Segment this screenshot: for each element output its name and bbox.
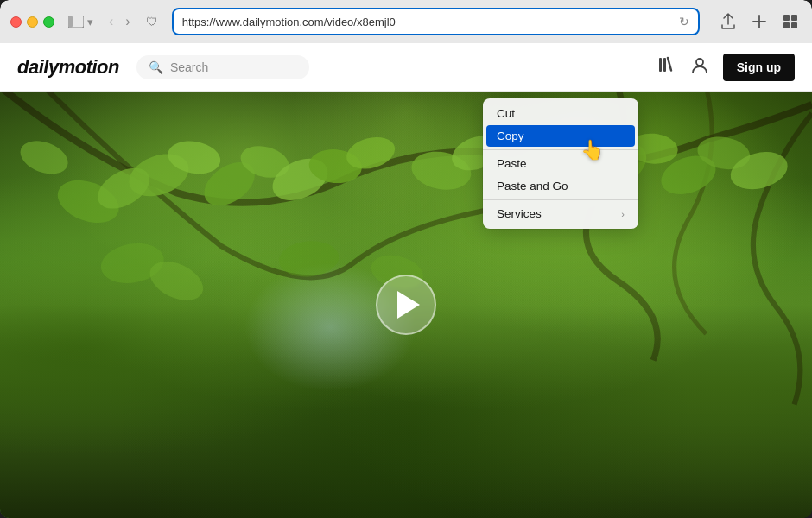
maximize-button[interactable] (43, 16, 54, 28)
content-area: Cut Copy Paste Paste and Go Services › 👆 (0, 92, 812, 518)
svg-rect-7 (791, 22, 797, 28)
website-header: dailymotion 🔍 Search Sign up (0, 43, 812, 92)
new-tab-button[interactable] (748, 10, 771, 33)
toolbar-right (717, 9, 802, 34)
back-button[interactable]: ‹ (104, 10, 118, 33)
nav-arrows: ‹ › (104, 10, 136, 33)
play-button[interactable] (376, 275, 436, 335)
library-icon[interactable] (656, 54, 676, 80)
minimize-button[interactable] (27, 16, 38, 28)
svg-point-30 (16, 135, 73, 180)
context-menu-item-paste[interactable]: Paste (486, 153, 635, 174)
context-menu-item-copy[interactable]: Copy (486, 125, 635, 147)
dailymotion-logo[interactable]: dailymotion (17, 56, 119, 79)
play-icon (397, 291, 420, 319)
context-menu-item-cut[interactable]: Cut (486, 103, 635, 124)
copy-label: Copy (497, 130, 524, 142)
extensions-button[interactable] (779, 10, 802, 33)
user-icon[interactable] (690, 55, 709, 79)
context-menu-item-services[interactable]: Services › (486, 203, 635, 224)
cut-label: Cut (497, 107, 515, 120)
context-menu: Cut Copy Paste Paste and Go Services › (483, 98, 638, 229)
svg-rect-4 (783, 15, 790, 21)
svg-rect-8 (659, 58, 662, 72)
browser-window: ▾ ‹ › 🛡 https://www.dailymotion.com/vide… (0, 0, 812, 518)
title-bar: ▾ ‹ › 🛡 https://www.dailymotion.com/vide… (0, 0, 812, 43)
share-button[interactable] (717, 9, 739, 34)
signup-button[interactable]: Sign up (723, 54, 795, 81)
context-menu-item-paste-go[interactable]: Paste and Go (486, 175, 635, 197)
url-bar[interactable]: https://www.dailymotion.com/video/x8emjl… (172, 8, 700, 35)
search-placeholder: Search (170, 60, 208, 74)
refresh-icon[interactable]: ↻ (679, 15, 689, 28)
submenu-arrow-icon: › (621, 209, 625, 219)
shield-icon: 🛡 (146, 15, 158, 28)
search-icon: 🔍 (149, 60, 163, 74)
sidebar-toggle-button[interactable]: ▾ (68, 16, 93, 28)
svg-rect-6 (783, 22, 790, 28)
forward-button[interactable]: › (120, 10, 135, 33)
svg-rect-1 (68, 16, 73, 28)
svg-point-10 (696, 59, 703, 66)
video-thumbnail[interactable] (0, 92, 812, 518)
url-text: https://www.dailymotion.com/video/x8emjl… (182, 16, 679, 28)
traffic-lights (10, 16, 54, 28)
svg-rect-5 (791, 15, 797, 21)
close-button[interactable] (10, 16, 22, 28)
context-menu-separator (483, 149, 638, 150)
search-bar[interactable]: 🔍 Search (136, 55, 309, 79)
services-label: Services (497, 207, 542, 220)
paste-go-label: Paste and Go (497, 180, 568, 193)
header-right: Sign up (656, 54, 795, 81)
context-menu-separator-2 (483, 199, 638, 200)
paste-label: Paste (497, 157, 527, 170)
svg-rect-9 (663, 58, 666, 72)
